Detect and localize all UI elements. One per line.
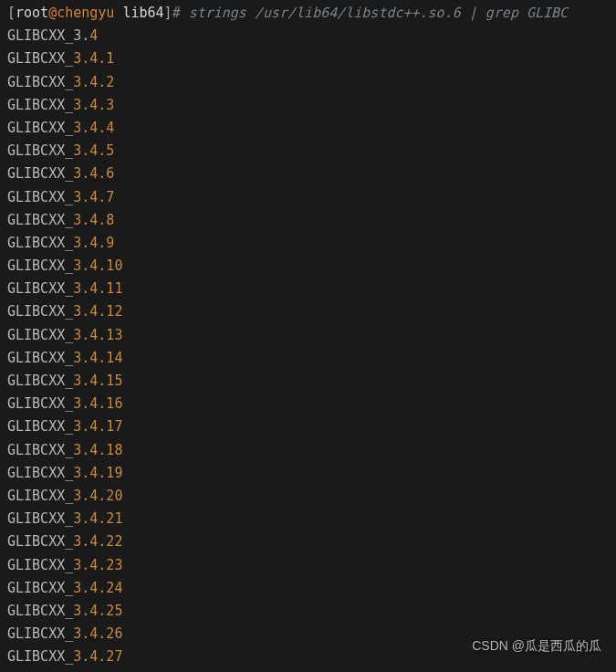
- glibc-prefix: GLIBCXX_: [7, 488, 73, 504]
- terminal-output[interactable]: [root@chengyu lib64]# strings /usr/lib64…: [0, 0, 616, 670]
- glibc-prefix: GLIBCXX_: [7, 280, 73, 297]
- output-line: GLIBCXX_3.4.10: [7, 255, 609, 278]
- glibc-version: 3.4.25: [73, 603, 122, 619]
- output-line: GLIBCXX_3.4.13: [7, 324, 609, 347]
- glibc-version: 3.4.23: [73, 557, 122, 573]
- glibc-prefix: GLIBCXX_: [7, 580, 73, 596]
- output-line: GLIBCXX_3.4.23: [7, 554, 609, 577]
- glibc-version: 3.4.14: [73, 350, 122, 366]
- output-line: GLIBCXX_3.4.5: [7, 140, 609, 163]
- prompt-line: [root@chengyu lib64]# strings /usr/lib64…: [7, 2, 609, 25]
- glibc-prefix: GLIBCXX_: [7, 189, 73, 205]
- output-line: GLIBCXX_3.4.14: [7, 347, 609, 370]
- output-line: GLIBCXX_3.4.1: [7, 47, 609, 70]
- bracket-close: ]: [164, 5, 172, 21]
- glibc-prefix: GLIBCXX_: [7, 533, 73, 550]
- glibc-version: 3.4.4: [73, 120, 114, 136]
- output-line: GLIBCXX_3.4.11: [7, 278, 609, 300]
- output-line-first: GLIBCXX_3.4: [7, 25, 609, 47]
- output-line: GLIBCXX_3.4.4: [7, 117, 609, 140]
- glibc-version: 3.4.26: [73, 625, 122, 642]
- glibc-prefix: GLIBCXX_: [7, 142, 73, 159]
- output-line: GLIBCXX_3.4.9: [7, 232, 609, 255]
- glibc-prefix: GLIBCXX_: [7, 395, 73, 412]
- glibc-version: 3.4.8: [73, 212, 114, 228]
- output-lines-container: GLIBCXX_3.4.1GLIBCXX_3.4.2GLIBCXX_3.4.3G…: [7, 47, 609, 668]
- output-line: GLIBCXX_3.4.17: [7, 415, 609, 438]
- prompt-command: strings /usr/lib64/libstdc++.so.6 | grep…: [181, 5, 568, 21]
- output-line: GLIBCXX_3.4.8: [7, 209, 609, 232]
- glibc-version: 4: [89, 27, 98, 44]
- glibc-version: 3.4.24: [73, 580, 122, 596]
- output-line: GLIBCXX_3.4.18: [7, 439, 609, 462]
- glibc-prefix: GLIBCXX_: [7, 50, 73, 67]
- glibc-version: 3.4.15: [73, 373, 122, 389]
- glibc-prefix: GLIBCXX_: [7, 120, 73, 136]
- glibc-version: 3.4.13: [73, 327, 122, 343]
- glibc-version: 3.4.12: [73, 303, 122, 320]
- glibc-version: 3.4.1: [73, 50, 114, 67]
- glibc-version: 3.4.16: [73, 395, 122, 412]
- glibc-version: 3.4.7: [73, 189, 114, 205]
- glibc-prefix: GLIBCXX_: [7, 557, 73, 573]
- output-line: GLIBCXX_3.4.24: [7, 577, 609, 600]
- glibc-version: 3.4.11: [73, 280, 122, 297]
- prompt-hash: #: [172, 5, 181, 21]
- glibc-version: 3.4.20: [73, 488, 122, 504]
- glibc-prefix: GLIBCXX_: [7, 373, 73, 389]
- glibc-version: 3.4.22: [73, 533, 122, 550]
- output-line: GLIBCXX_3.4.20: [7, 485, 609, 508]
- glibc-version: 3.4.17: [73, 418, 122, 435]
- glibc-version: 3.4.10: [73, 257, 122, 274]
- glibc-prefix: GLIBCXX_: [7, 97, 73, 113]
- glibc-prefix: GLIBCXX_: [7, 303, 73, 320]
- prompt-user: root: [16, 5, 48, 21]
- glibc-version: 3.4.27: [73, 648, 122, 665]
- prompt-host: @chengyu: [48, 5, 114, 21]
- glibc-prefix: GLIBCXX_: [7, 465, 73, 481]
- output-line: GLIBCXX_3.4.25: [7, 600, 609, 623]
- output-line: GLIBCXX_3.4.15: [7, 370, 609, 393]
- glibc-prefix: GLIBCXX_: [7, 442, 73, 458]
- output-line: GLIBCXX_3.4.7: [7, 186, 609, 209]
- glibc-prefix: GLIBCXX_: [7, 235, 73, 251]
- glibc-version: 3.4.9: [73, 235, 114, 251]
- glibc-prefix: GLIBCXX_: [7, 212, 73, 228]
- glibc-prefix: GLIBCXX_: [7, 625, 73, 642]
- output-line: GLIBCXX_3.4.12: [7, 300, 609, 323]
- glibc-prefix: GLIBCXX_: [7, 603, 73, 619]
- output-line: GLIBCXX_3.4.22: [7, 530, 609, 553]
- glibc-prefix: GLIBCXX_: [7, 257, 73, 274]
- glibc-version: 3.4.19: [73, 465, 122, 481]
- glibc-version: 3.4.18: [73, 442, 122, 458]
- glibc-version: 3.4.5: [73, 142, 114, 159]
- output-line: GLIBCXX_3.4.16: [7, 393, 609, 415]
- watermark: CSDN @瓜是西瓜的瓜: [472, 635, 601, 657]
- glibc-prefix: GLIBCXX_: [7, 165, 73, 182]
- glibc-prefix: GLIBCXX_: [7, 74, 73, 90]
- bracket-open: [: [7, 5, 16, 21]
- glibc-prefix: GLIBCXX_: [7, 648, 73, 665]
- glibc-prefix: GLIBCXX_: [7, 510, 73, 527]
- output-line: GLIBCXX_3.4.19: [7, 462, 609, 485]
- output-line: GLIBCXX_3.4.3: [7, 94, 609, 117]
- glibc-version: 3.4.2: [73, 74, 114, 90]
- glibc-version: 3.4.6: [73, 165, 114, 182]
- glibc-prefix: GLIBCXX_: [7, 327, 73, 343]
- output-line: GLIBCXX_3.4.2: [7, 71, 609, 94]
- output-line: GLIBCXX_3.4.6: [7, 163, 609, 185]
- glibc-version: 3.4.3: [73, 97, 114, 113]
- glibc-prefix: GLIBCXX_: [7, 418, 73, 435]
- glibc-prefix: GLIBCXX_: [7, 350, 73, 366]
- output-line: GLIBCXX_3.4.21: [7, 508, 609, 530]
- prompt-dir: lib64: [122, 5, 163, 21]
- glibc-version: 3.4.21: [73, 510, 122, 527]
- glibc-prefix: GLIBCXX_3.: [7, 27, 89, 44]
